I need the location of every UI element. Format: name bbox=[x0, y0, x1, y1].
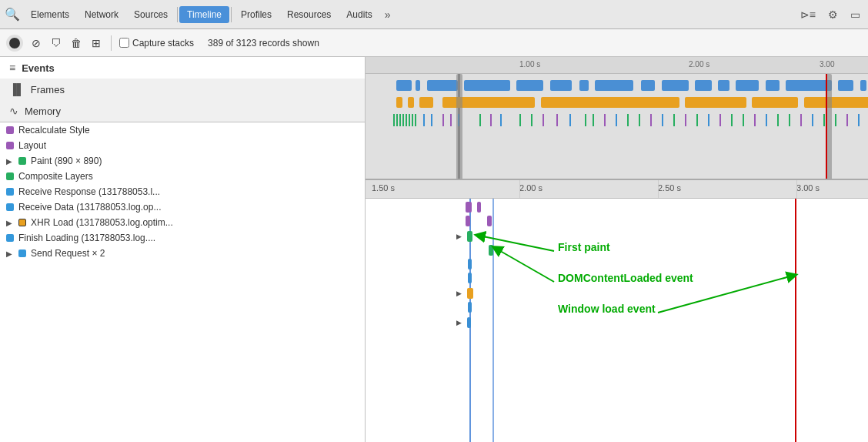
detail-row-6: ▶ bbox=[366, 286, 868, 300]
capture-stacks-group: Capture stacks bbox=[119, 38, 194, 49]
timeline-detail[interactable]: 1.50 s 2.00 s 2.50 s 3.00 s bbox=[366, 180, 868, 442]
sidebar: ≡ Events ▐▌ Frames ∿ Memory Recalculate … bbox=[0, 57, 366, 442]
list-item[interactable]: Finish Loading (131788053.log.... bbox=[0, 230, 365, 246]
clear-button[interactable]: 🗑 bbox=[69, 36, 83, 50]
yellow-track bbox=[366, 95, 868, 109]
main-layout: ≡ Events ▐▌ Frames ∿ Memory Recalculate … bbox=[0, 57, 868, 442]
memory-icon: ∿ bbox=[9, 105, 18, 117]
item-label: XHR Load (131788053.log.optim... bbox=[31, 217, 173, 228]
item-label: Finish Loading (131788053.log.... bbox=[18, 233, 155, 243]
ruler-mark: 2.00 s bbox=[689, 60, 709, 69]
nav-separator-2 bbox=[231, 7, 232, 22]
markers-track bbox=[366, 112, 868, 128]
detail-mark-3: 3.00 s bbox=[796, 183, 820, 193]
stop-button[interactable]: ⊘ bbox=[29, 36, 43, 50]
detail-mark-0: 1.50 s bbox=[372, 183, 395, 193]
list-item[interactable]: Composite Layers bbox=[0, 169, 365, 184]
nav-icons: ⊳≡ ⚙ ▭ bbox=[797, 7, 863, 22]
nav-network[interactable]: Network bbox=[77, 6, 126, 23]
item-label: Recalculate Style bbox=[18, 125, 90, 136]
nav-bar: 🔍 Elements Network Sources Timeline Prof… bbox=[0, 0, 868, 29]
ruler-mark: 1.00 s bbox=[519, 60, 540, 69]
capture-stacks-checkbox[interactable] bbox=[119, 38, 129, 48]
item-label: Receive Data (131788053.log.op... bbox=[18, 202, 161, 213]
search-icon[interactable]: 🔍 bbox=[5, 7, 20, 22]
color-dot bbox=[6, 126, 14, 134]
ruler-mark: 3.00 bbox=[820, 60, 834, 69]
detail-ruler: 1.50 s 2.00 s 2.50 s 3.00 s bbox=[366, 180, 868, 199]
nav-elements[interactable]: Elements bbox=[23, 6, 77, 23]
toolbar-sep bbox=[111, 35, 112, 51]
blue-track bbox=[366, 79, 868, 92]
detail-row-4 bbox=[366, 259, 868, 271]
color-dot bbox=[6, 203, 14, 211]
list-item[interactable]: Receive Response (131788053.l... bbox=[0, 184, 365, 199]
color-dot bbox=[18, 157, 26, 165]
detail-mark-2: 2.50 s bbox=[658, 183, 681, 193]
item-label: Paint (890 × 890) bbox=[31, 156, 102, 166]
nav-more[interactable]: » bbox=[380, 5, 396, 24]
detail-events: ▶ ▶ bbox=[366, 199, 868, 442]
color-dot bbox=[18, 249, 26, 257]
overview-ruler: 1.00 s 2.00 s 3.00 bbox=[366, 57, 868, 74]
detail-row-1 bbox=[366, 216, 868, 228]
timeline-area: 1.00 s 2.00 s 3.00 bbox=[366, 57, 868, 442]
list-item[interactable]: ▶ XHR Load (131788053.log.optim... bbox=[0, 215, 365, 230]
list-item[interactable]: Recalculate Style bbox=[0, 122, 365, 138]
sidebar-list: Recalculate Style Layout ▶ Paint (890 × … bbox=[0, 122, 365, 442]
dock-icon[interactable]: ▭ bbox=[847, 7, 863, 22]
filter-button[interactable]: ⛉ bbox=[49, 36, 63, 50]
expand-arrow[interactable]: ▶ bbox=[6, 157, 12, 166]
expand-arrow[interactable]: ▶ bbox=[6, 219, 12, 227]
frames-label: Frames bbox=[31, 84, 65, 95]
records-info: 389 of 3123 records shown bbox=[208, 38, 319, 49]
item-label: Composite Layers bbox=[18, 171, 93, 182]
frames-icon: ▐▌ bbox=[9, 83, 25, 95]
sidebar-memory[interactable]: ∿ Memory bbox=[0, 100, 365, 122]
detail-row-3 bbox=[366, 245, 868, 257]
list-item[interactable]: Layout bbox=[0, 138, 365, 153]
memory-label: Memory bbox=[25, 105, 61, 117]
nav-timeline[interactable]: Timeline bbox=[179, 6, 229, 23]
overview-tracks bbox=[366, 74, 868, 180]
record-button[interactable] bbox=[6, 35, 23, 52]
breadcrumb-button[interactable]: ⊞ bbox=[89, 36, 103, 50]
console-icon[interactable]: ⊳≡ bbox=[797, 7, 819, 22]
detail-row-0 bbox=[366, 202, 868, 214]
nav-resources[interactable]: Resources bbox=[279, 6, 339, 23]
detail-row-2: ▶ bbox=[366, 229, 868, 243]
color-dot bbox=[18, 219, 26, 226]
capture-stacks-label: Capture stacks bbox=[132, 38, 194, 49]
nav-separator-1 bbox=[177, 7, 178, 22]
annotation-dom-loaded: DOMContentLoaded event bbox=[558, 272, 693, 284]
nav-audits[interactable]: Audits bbox=[339, 6, 379, 23]
sidebar-frames[interactable]: ▐▌ Frames bbox=[0, 79, 365, 100]
list-item[interactable]: ▶ Paint (890 × 890) bbox=[0, 153, 365, 169]
red-playhead bbox=[826, 74, 827, 180]
list-item[interactable]: ▶ Send Request × 2 bbox=[0, 246, 365, 261]
detail-row-8: ▶ bbox=[366, 316, 868, 330]
color-dot bbox=[6, 142, 14, 149]
color-dot bbox=[6, 188, 14, 196]
sidebar-events[interactable]: ≡ Events bbox=[0, 57, 365, 79]
item-label: Receive Response (131788053.l... bbox=[18, 186, 160, 197]
color-dot bbox=[6, 172, 14, 180]
annotation-window-load: Window load event bbox=[558, 303, 656, 315]
sidebar-nav: ≡ Events ▐▌ Frames ∿ Memory bbox=[0, 57, 365, 122]
annotation-first-paint: First paint bbox=[558, 241, 610, 253]
expand-arrow[interactable]: ▶ bbox=[6, 249, 12, 258]
events-icon: ≡ bbox=[9, 62, 15, 74]
item-label: Send Request × 2 bbox=[31, 248, 105, 259]
color-dot bbox=[6, 234, 14, 242]
list-item[interactable]: Receive Data (131788053.log.op... bbox=[0, 199, 365, 215]
timeline-overview[interactable]: 1.00 s 2.00 s 3.00 bbox=[366, 57, 868, 180]
events-label: Events bbox=[22, 62, 55, 74]
item-label: Layout bbox=[18, 140, 46, 151]
detail-mark-1: 2.00 s bbox=[519, 183, 542, 193]
selection-handle-left[interactable] bbox=[456, 74, 462, 180]
nav-sources[interactable]: Sources bbox=[126, 6, 175, 23]
settings-icon[interactable]: ⚙ bbox=[825, 7, 841, 22]
toolbar: ⊘ ⛉ 🗑 ⊞ Capture stacks 389 of 3123 recor… bbox=[0, 29, 868, 57]
nav-profiles[interactable]: Profiles bbox=[233, 6, 279, 23]
record-dot bbox=[9, 38, 20, 49]
